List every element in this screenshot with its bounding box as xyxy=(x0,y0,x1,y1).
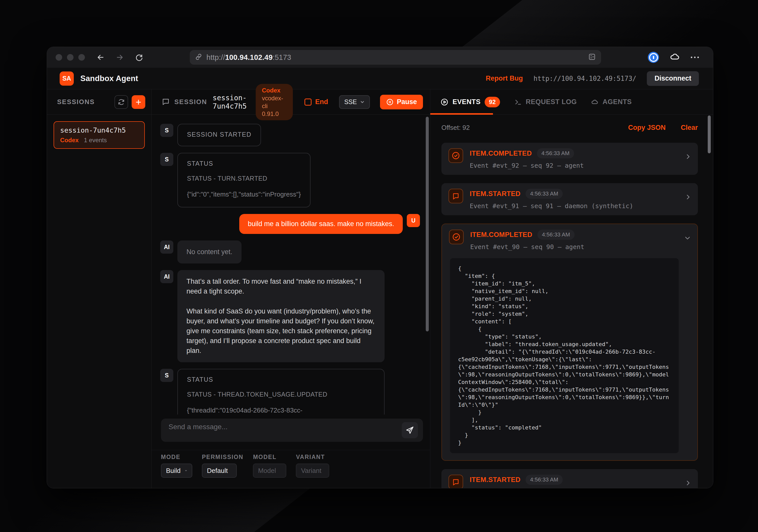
events-scrollbar[interactable] xyxy=(708,116,711,153)
mode-select[interactable]: Build xyxy=(161,464,192,478)
event-row[interactable]: ITEM.STARTED4:56:33 AMEvent #evt_89 — se… xyxy=(441,469,698,488)
event-row-main: ITEM.STARTED4:56:33 AMEvent #evt_89 — se… xyxy=(470,475,633,488)
event-meta: Event #evt_90 — seq 90 — agent xyxy=(470,243,584,250)
maximize-window-button[interactable] xyxy=(78,54,85,61)
event-list: ITEM.COMPLETED4:56:33 AMEvent #evt_92 — … xyxy=(441,143,698,488)
event-started-icon xyxy=(448,189,463,203)
chat-message: AIThat’s a tall order. To move fast and … xyxy=(160,270,420,362)
cloud-icon[interactable] xyxy=(670,51,680,63)
event-row[interactable]: ITEM.STARTED4:56:33 AMEvent #evt_91 — se… xyxy=(441,183,698,215)
traffic-lights xyxy=(55,54,85,61)
system-message-bubble[interactable]: SESSION STARTED xyxy=(177,124,261,146)
report-bug-link[interactable]: Report Bug xyxy=(486,75,523,83)
message-title: SESSION STARTED xyxy=(187,131,252,138)
pause-icon xyxy=(386,98,394,106)
tab-events[interactable]: EVENTS 92 xyxy=(440,97,500,107)
ai-avatar: AI xyxy=(160,241,173,253)
event-type: ITEM.COMPLETED xyxy=(470,231,533,239)
tab-request-log[interactable]: REQUEST LOG xyxy=(514,98,577,106)
system-avatar: S xyxy=(160,153,173,166)
chat-message: SSTATUSSTATUS - TURN.STARTED{"id":"0","i… xyxy=(160,153,420,207)
chevron-down-icon xyxy=(360,100,365,105)
offset-label: Offset: 92 xyxy=(441,124,470,132)
chat-message: AINo content yet. xyxy=(160,241,420,263)
system-avatar: S xyxy=(160,124,173,137)
close-window-button[interactable] xyxy=(55,54,62,61)
event-json-block[interactable]: { "item": { "item_id": "itm_5", "native_… xyxy=(450,258,679,453)
event-type-row: ITEM.STARTED4:56:33 AM xyxy=(470,475,633,485)
ai-message-bubble[interactable]: No content yet. xyxy=(177,241,242,263)
terminal-icon xyxy=(514,98,522,106)
event-completed-icon xyxy=(449,230,464,244)
session-list-item[interactable]: session-7un4c7h5 Codex 1 events xyxy=(53,121,145,149)
more-menu-icon[interactable] xyxy=(691,56,699,58)
system-message-bubble[interactable]: STATUSSTATUS - THREAD.TOKEN_USAGE.UPDATE… xyxy=(177,369,385,415)
event-type-row: ITEM.COMPLETED4:56:33 AM xyxy=(470,148,584,158)
event-row[interactable]: ITEM.COMPLETED4:56:33 AMEvent #evt_92 — … xyxy=(441,143,698,175)
model-input[interactable] xyxy=(253,464,286,478)
message-body: {"id":"0","items":[],"status":"inProgres… xyxy=(187,189,301,199)
minimize-window-button[interactable] xyxy=(67,54,74,61)
permission-select[interactable]: Default xyxy=(202,464,237,478)
refresh-icon[interactable] xyxy=(134,52,144,62)
events-count-badge: 92 xyxy=(485,97,500,107)
reader-panel-icon[interactable] xyxy=(588,53,596,62)
new-session-button[interactable]: + xyxy=(132,95,145,109)
url-bar[interactable]: http://100.94.102.49:5173 xyxy=(190,50,601,65)
event-time-badge: 4:56:33 AM xyxy=(537,230,574,240)
event-meta: Event #evt_92 — seq 92 — agent xyxy=(470,162,584,169)
disconnect-button[interactable]: Disconnect xyxy=(647,71,699,86)
event-time-badge: 4:56:33 AM xyxy=(526,189,563,199)
event-time-badge: 4:56:33 AM xyxy=(537,148,574,158)
event-row[interactable]: ITEM.COMPLETED4:56:33 AMEvent #evt_90 — … xyxy=(441,223,698,461)
composer-divider xyxy=(152,450,430,450)
message-text: No content yet. xyxy=(187,247,232,257)
variant-input[interactable] xyxy=(296,464,329,478)
user-message-bubble[interactable]: build me a billion dollar saas. make no … xyxy=(239,214,403,234)
chat-message: SSESSION STARTED xyxy=(160,124,420,146)
check-circle-icon xyxy=(452,233,461,241)
chat-message: SSTATUSSTATUS - THREAD.TOKEN_USAGE.UPDAT… xyxy=(160,369,420,415)
event-expand-chevron[interactable] xyxy=(684,235,691,242)
ai-message-bubble[interactable]: That’s a tall order. To move fast and “m… xyxy=(177,270,385,362)
transport-select[interactable]: SSE xyxy=(339,95,370,109)
session-bubble-icon xyxy=(162,97,170,107)
back-icon[interactable] xyxy=(95,52,106,62)
clear-button[interactable]: Clear xyxy=(681,124,698,132)
forward-icon[interactable] xyxy=(115,52,125,62)
chevron-down-icon xyxy=(185,468,187,473)
chat-message: build me a billion dollar saas. make no … xyxy=(160,214,420,234)
app-header: SA Sandbox Agent Report Bug http://100.9… xyxy=(47,68,713,89)
tab-agents[interactable]: AGENTS xyxy=(591,98,632,106)
session-event-count: 1 events xyxy=(84,137,107,144)
refresh-sessions-button[interactable] xyxy=(115,95,128,109)
end-checkbox[interactable] xyxy=(304,99,312,106)
event-time-badge: 4:56:33 AM xyxy=(526,475,563,485)
system-message-bubble[interactable]: STATUSSTATUS - TURN.STARTED{"id":"0","it… xyxy=(177,153,311,207)
pause-button[interactable]: Pause xyxy=(380,95,423,109)
end-label: End xyxy=(315,98,328,106)
link-icon xyxy=(195,53,202,62)
send-button[interactable] xyxy=(402,422,418,438)
end-session-control[interactable]: End xyxy=(304,98,328,106)
model-label: MODEL xyxy=(253,454,286,460)
event-expand-chevron[interactable] xyxy=(685,480,691,487)
system-avatar: S xyxy=(160,369,173,382)
session-label: SESSION xyxy=(174,98,207,106)
event-row-main: ITEM.STARTED4:56:33 AMEvent #evt_91 — se… xyxy=(470,189,633,210)
copy-json-button[interactable]: Copy JSON xyxy=(628,124,666,132)
ai-avatar: AI xyxy=(160,270,173,283)
event-row-header: ITEM.COMPLETED4:56:33 AMEvent #evt_92 — … xyxy=(448,148,680,169)
server-url: http://100.94.102.49:5173/ xyxy=(534,75,636,83)
event-expand-chevron[interactable] xyxy=(685,194,691,201)
message-input[interactable] xyxy=(161,418,423,442)
chat-scrollbar[interactable] xyxy=(426,117,429,331)
event-expand-chevron[interactable] xyxy=(685,153,691,161)
event-type-row: ITEM.STARTED4:56:33 AM xyxy=(470,189,633,199)
session-name: session-7un4c7h5 xyxy=(60,126,138,134)
password-manager-icon[interactable] xyxy=(648,52,659,63)
message-title: STATUS xyxy=(187,160,301,167)
browser-nav xyxy=(95,52,144,62)
browser-extensions xyxy=(648,51,699,63)
message-input-box xyxy=(161,418,423,442)
